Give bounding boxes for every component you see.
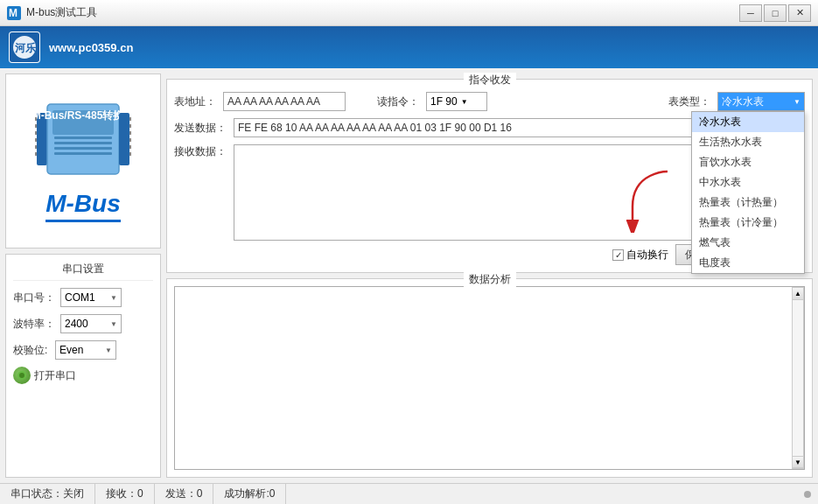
data-section-title: 数据分析 xyxy=(464,272,516,287)
meter-type-label: 表类型： xyxy=(668,94,710,109)
svg-rect-17 xyxy=(35,131,37,135)
data-section: 数据分析 ▲ ▼ xyxy=(166,278,813,478)
left-panel: M-Bus/RS-485转换器 xyxy=(5,74,161,478)
meter-type-option-7[interactable]: 电度表 xyxy=(692,253,804,273)
right-panel: 指令收发 表地址： 读指令： 1F 90 ▼ 表类型： 冷水水表 ▼ xyxy=(166,74,813,478)
website-url: www.pc0359.cn xyxy=(49,41,133,54)
send-count: 发送：0 xyxy=(155,484,214,504)
svg-rect-19 xyxy=(35,145,37,149)
meter-type-select[interactable]: 冷水水表 ▼ xyxy=(717,92,805,111)
baud-select[interactable]: 2400 ▼ xyxy=(60,314,122,333)
svg-text:M-Bus/RS-485转换器: M-Bus/RS-485转换器 xyxy=(35,109,131,122)
meter-type-selected: 冷水水表 xyxy=(722,94,764,109)
device-illustration: M-Bus/RS-485转换器 xyxy=(35,100,131,183)
serial-settings-box: 串口设置 串口号： COM1 ▼ 波特率： 2400 ▼ 校验位: Even xyxy=(5,254,161,478)
port-select[interactable]: COM1 ▼ xyxy=(60,288,122,307)
statusbar: 串口状态：关闭 接收：0 发送：0 成功解析:0 xyxy=(0,483,818,504)
company-logo: 河乐 xyxy=(9,32,40,63)
parity-row: 校验位: Even ▼ xyxy=(13,340,153,360)
svg-rect-15 xyxy=(35,117,37,121)
svg-rect-14 xyxy=(119,113,129,165)
mbus-logo: M-Bus xyxy=(45,190,121,222)
maximize-button[interactable]: □ xyxy=(764,4,787,22)
svg-rect-16 xyxy=(35,124,37,128)
meter-type-option-5[interactable]: 热量表（计冷量） xyxy=(692,213,804,233)
meter-type-option-2[interactable]: 盲饮水水表 xyxy=(692,152,804,172)
data-scroll-up[interactable]: ▲ xyxy=(793,288,803,300)
meter-type-dropdown: 冷水水表 生活热水水表 盲饮水水表 中水水表 热量表（计热量） 热量表（计冷量）… xyxy=(691,111,805,274)
port-row: 串口号： COM1 ▼ xyxy=(13,288,153,307)
data-scroll-down[interactable]: ▼ xyxy=(793,456,803,468)
parse-success: 成功解析:0 xyxy=(213,484,286,504)
svg-point-28 xyxy=(19,373,24,378)
auto-wrap-check[interactable]: ✓ 自动换行 xyxy=(612,248,668,262)
svg-rect-21 xyxy=(129,117,131,121)
auto-wrap-label: 自动换行 xyxy=(626,248,668,262)
auto-wrap-checkbox[interactable]: ✓ xyxy=(612,249,624,261)
meter-type-option-3[interactable]: 中水水表 xyxy=(692,172,804,192)
svg-text:M: M xyxy=(9,7,17,19)
open-port-icon xyxy=(13,367,31,384)
meter-addr-label: 表地址： xyxy=(174,94,216,109)
meter-type-arrow: ▼ xyxy=(794,98,801,106)
status-indicator xyxy=(794,484,818,504)
svg-rect-18 xyxy=(35,138,37,142)
read-cmd-label: 读指令： xyxy=(377,94,419,109)
window-controls: ─ □ ✕ xyxy=(739,4,811,22)
port-status: 串口状态：关闭 xyxy=(0,484,95,504)
port-label: 串口号： xyxy=(13,290,55,305)
open-port-button[interactable]: 打开串口 xyxy=(13,367,153,384)
meter-type-option-0[interactable]: 冷水水表 xyxy=(692,112,804,132)
svg-rect-10 xyxy=(54,136,112,139)
svg-rect-12 xyxy=(54,147,112,150)
meter-type-option-1[interactable]: 生活热水水表 xyxy=(692,132,804,152)
serial-settings-title: 串口设置 xyxy=(13,262,153,281)
open-port-label: 打开串口 xyxy=(34,368,76,383)
svg-rect-20 xyxy=(35,152,37,156)
window-title: M-bus测试工具 xyxy=(26,5,739,20)
parity-value: Even xyxy=(59,344,83,356)
port-value: COM1 xyxy=(65,291,95,304)
data-scrollbar[interactable]: ▲ ▼ xyxy=(792,287,804,469)
cmd-row-1: 表地址： 读指令： 1F 90 ▼ 表类型： 冷水水表 ▼ xyxy=(174,92,805,111)
baud-row: 波特率： 2400 ▼ xyxy=(13,314,153,333)
send-data-label: 发送数据： xyxy=(174,121,227,136)
parity-dropdown-arrow: ▼ xyxy=(105,346,112,354)
receive-count: 接收：0 xyxy=(95,484,155,504)
read-cmd-arrow: ▼ xyxy=(461,98,468,106)
main-content: M-Bus/RS-485转换器 xyxy=(0,68,818,483)
parity-select[interactable]: Even ▼ xyxy=(55,340,116,360)
meter-addr-input[interactable] xyxy=(223,92,346,111)
banner: 河乐 www.pc0359.cn xyxy=(0,26,818,68)
baud-dropdown-arrow: ▼ xyxy=(110,320,117,328)
meter-type-option-4[interactable]: 热量表（计热量） xyxy=(692,192,804,213)
titlebar: M M-bus测试工具 ─ □ ✕ xyxy=(0,0,818,26)
status-dot xyxy=(804,491,811,498)
cmd-section: 指令收发 表地址： 读指令： 1F 90 ▼ 表类型： 冷水水表 ▼ xyxy=(166,79,813,273)
minimize-button[interactable]: ─ xyxy=(739,4,762,22)
data-analysis-area: ▲ ▼ xyxy=(174,286,805,470)
port-dropdown-arrow: ▼ xyxy=(110,294,117,302)
svg-rect-11 xyxy=(54,142,112,144)
svg-rect-13 xyxy=(54,152,112,155)
send-data-input[interactable] xyxy=(234,118,702,137)
svg-rect-24 xyxy=(129,138,131,142)
svg-rect-26 xyxy=(129,152,131,156)
app-icon: M xyxy=(7,6,21,20)
parity-label: 校验位: xyxy=(13,343,50,358)
baud-value: 2400 xyxy=(65,318,88,330)
close-button[interactable]: ✕ xyxy=(788,4,811,22)
meter-type-wrapper: 冷水水表 ▼ 冷水水表 生活热水水表 盲饮水水表 中水水表 热量表（计热量） 热… xyxy=(717,92,805,111)
read-cmd-value: 1F 90 xyxy=(430,95,458,108)
read-cmd-select[interactable]: 1F 90 ▼ xyxy=(426,92,487,111)
device-image-box: M-Bus/RS-485转换器 xyxy=(5,74,161,248)
cmd-section-title: 指令收发 xyxy=(464,73,516,88)
svg-rect-23 xyxy=(129,131,131,135)
svg-rect-25 xyxy=(129,145,131,149)
svg-rect-22 xyxy=(129,124,131,128)
meter-type-option-6[interactable]: 燃气表 xyxy=(692,233,804,253)
data-scroll-track xyxy=(793,300,803,456)
data-content xyxy=(175,287,792,469)
receive-data-label: 接收数据： xyxy=(174,144,227,159)
svg-text:河乐: 河乐 xyxy=(15,42,36,54)
